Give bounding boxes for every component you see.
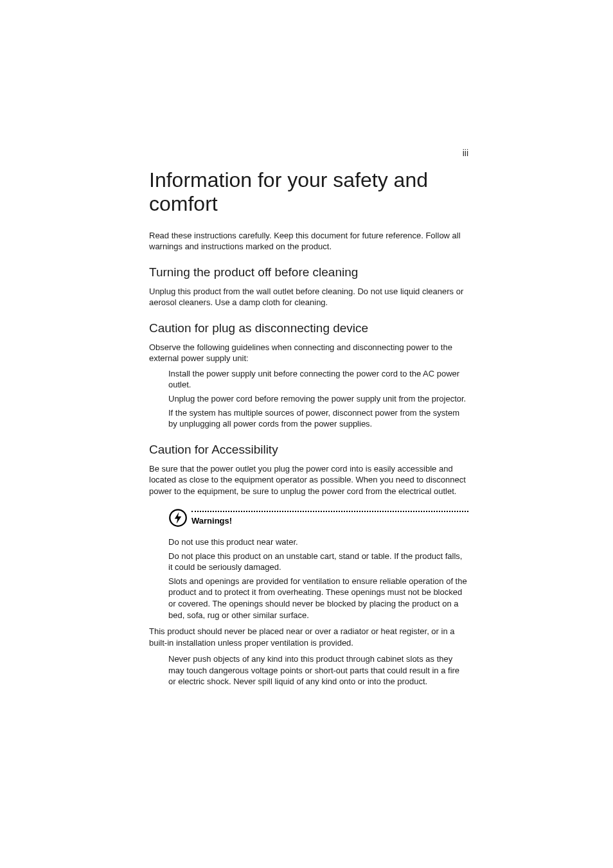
list-item: Do not place this product on an unstable… bbox=[168, 551, 468, 573]
intro-paragraph: Read these instructions carefully. Keep … bbox=[149, 230, 468, 252]
section-body: Be sure that the power outlet you plug t… bbox=[149, 463, 468, 497]
list-item: Do not use this product near water. bbox=[168, 536, 468, 548]
lightning-circle-icon bbox=[168, 508, 188, 527]
list-item: If the system has multiple sources of po… bbox=[168, 407, 468, 430]
body-paragraph: This product should never be placed near… bbox=[149, 626, 468, 648]
section-heading: Turning the product off before cleaning bbox=[149, 265, 468, 279]
warning-list: Do not use this product near water. Do n… bbox=[149, 536, 468, 621]
indented-list: Never push objects of any kind into this… bbox=[149, 653, 468, 687]
page-title: Information for your safety and comfort bbox=[149, 168, 468, 216]
list-item: Slots and openings are provided for vent… bbox=[168, 576, 468, 621]
section-body: Observe the following guidelines when co… bbox=[149, 342, 468, 364]
warning-block: Warnings! bbox=[149, 511, 468, 527]
warning-label: Warnings! bbox=[191, 516, 468, 526]
section-heading: Caution for Accessibility bbox=[149, 443, 468, 457]
dotted-divider bbox=[191, 511, 468, 512]
indented-list: Install the power supply unit before con… bbox=[149, 368, 468, 430]
section-heading: Caution for plug as disconnecting device bbox=[149, 321, 468, 335]
list-item: Never push objects of any kind into this… bbox=[168, 653, 468, 687]
list-item: Install the power supply unit before con… bbox=[168, 368, 468, 391]
page-number: iii bbox=[463, 148, 468, 158]
warning-content: Warnings! bbox=[191, 511, 468, 526]
document-page: iii Information for your safety and comf… bbox=[0, 0, 613, 687]
section-body: Unplug this product from the wall outlet… bbox=[149, 286, 468, 308]
list-item: Unplug the power cord before removing th… bbox=[168, 393, 468, 405]
